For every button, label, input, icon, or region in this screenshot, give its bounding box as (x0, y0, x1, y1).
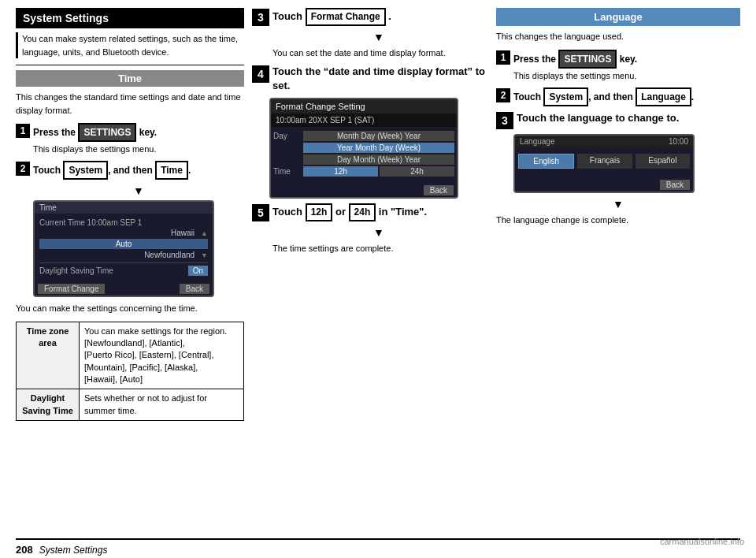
time-section-title: Time (16, 70, 244, 87)
after-screen-text: You can make the settings concerning the… (16, 302, 244, 315)
mid-column: 3 Touch Format Change . ▼ You can set th… (252, 8, 488, 538)
lang-step-num-3: 3 (496, 112, 513, 129)
day-opt-active: Year Month Day (Week) (303, 143, 454, 153)
format-time-display: 10:00am 20XX SEP 1 (SAT) (271, 113, 457, 127)
screen-title: Time (39, 203, 57, 212)
format-screen-footer: Back (271, 180, 457, 197)
day-options-2: Year Month Day (Week) (303, 143, 454, 153)
step-2-main: Touch System, and then Time. (33, 165, 191, 176)
step-4-content: Touch the “date and time display format”… (272, 65, 488, 93)
auto-val: Auto (39, 239, 208, 249)
lang-step-3-content: Touch the language to change to. (517, 111, 679, 125)
step-num-3: 3 (252, 9, 269, 26)
lang-francais: Français (577, 154, 632, 169)
step-1: 1 Press the SETTINGS key. This displays … (16, 123, 244, 156)
format-screen: Format Change Setting 10:00am 20XX SEP 1… (269, 98, 458, 199)
lang-step-3-main: Touch the language to change to. (517, 112, 679, 124)
format-screen-body: Day Month Day (Week) Year Year Month Day… (271, 127, 457, 180)
day-label: Day (273, 132, 301, 140)
lang-step-3: 3 Touch the language to change to. (496, 111, 740, 129)
screen-title-bar: Time (35, 202, 213, 214)
format-screen-title: Format Change Setting (271, 99, 457, 113)
day-format-row: Day Month Day (Week) Year (273, 131, 454, 141)
time-format-row: Time 12h 24h (273, 166, 454, 177)
lang-screen: Language 10:00 English Français Español … (513, 134, 695, 193)
down-arrow-small: ▼ (201, 251, 208, 259)
time-screen: Time Current Time 10:00am SEP 1 Hawaii ▲… (33, 200, 214, 297)
step-1-main: Press the SETTINGS key. (33, 127, 157, 138)
time-complete-text: The time settings are complete. (272, 242, 488, 255)
step-num-1: 1 (16, 124, 30, 138)
time-section-desc: This changes the standard time settings … (16, 91, 244, 117)
step-4-main: Touch the “date and time display format”… (272, 65, 485, 91)
page-footer-text: System Settings (39, 545, 108, 556)
left-column: System Settings You can make system rela… (16, 8, 244, 538)
step-4: 4 Touch the “date and time display forma… (252, 65, 488, 93)
day-format-row-2: Year Month Day (Week) (273, 143, 454, 153)
hawaii-row: Hawaii ▲ (39, 229, 208, 237)
table-row-1: Time zone area You can make settings for… (17, 322, 244, 389)
24h-btn: 24h (349, 203, 376, 221)
up-arrow: ▲ (201, 229, 208, 237)
step-2: 2 Touch System, and then Time. (16, 161, 244, 180)
lang-arrow-down: ▼ (496, 198, 740, 210)
lang-screen-body: English Français Español (515, 147, 693, 175)
day-opt-1: Month Day (Week) Year (303, 131, 454, 141)
language-btn: Language (636, 87, 691, 106)
format-back-btn: Back (424, 185, 454, 195)
system-settings-intro: You can make system related settings, su… (16, 32, 244, 58)
step-3-desc: You can set the date and time display fo… (272, 46, 488, 60)
day-options: Month Day (Week) Year (303, 131, 454, 141)
step-1-content: Press the SETTINGS key. This displays th… (33, 123, 157, 156)
format-change-screen-btn: Format Change (38, 284, 105, 294)
screen-body: Current Time 10:00am SEP 1 Hawaii ▲ Auto… (35, 214, 213, 279)
time-12h: 12h (303, 166, 378, 177)
step-5: 5 Touch 12h or 24h in "Time". (252, 203, 488, 221)
system-settings-title: System Settings (16, 8, 244, 28)
watermark: carmanualsonline.info (660, 537, 744, 546)
step-3: 3 Touch Format Change . (252, 8, 488, 26)
current-time: Current Time 10:00am SEP 1 (39, 218, 142, 227)
settings-button-label: SETTINGS (78, 123, 136, 142)
lang-step-num-1: 1 (496, 50, 510, 65)
table-content-2: Sets whether or not to adjust for summer… (80, 389, 244, 421)
day-opt-3: Day Month (Week) Year (303, 154, 454, 165)
arrow-down-1: ▼ (33, 184, 244, 197)
time-label: Time (273, 167, 301, 176)
lang-step-1-sub: This displays the settings menu. (513, 71, 637, 80)
lang-complete-text: The language change is complete. (496, 214, 740, 227)
step-5-content: Touch 12h or 24h in "Time". (272, 203, 427, 221)
step-num-5: 5 (252, 204, 269, 221)
page-container: System Settings You can make system rela… (0, 0, 756, 558)
lang-step-2-main: Touch System, and then Language. (513, 91, 694, 102)
step-2-content: Touch System, and then Time. (33, 161, 191, 180)
lang-step-1-main: Press the SETTINGS key. (513, 54, 637, 65)
right-column: Language This changes the language used.… (496, 8, 740, 538)
info-table: Time zone area You can make settings for… (16, 322, 244, 422)
lang-settings-btn: SETTINGS (558, 50, 617, 69)
lang-step-2: 2 Touch System, and then Language. (496, 87, 740, 106)
language-desc: This changes the language used. (496, 30, 740, 43)
step-5-main: Touch 12h or 24h in "Time". (272, 206, 427, 218)
main-content: System Settings You can make system rela… (16, 8, 740, 538)
day-format-row-3: Day Month (Week) Year (273, 154, 454, 165)
table-content-1: You can make settings for the region.[Ne… (80, 322, 244, 389)
lang-espanol: Español (636, 154, 690, 169)
current-time-row: Current Time 10:00am SEP 1 (39, 218, 208, 227)
arrow-down-5: ▼ (269, 226, 488, 239)
page-footer: 208 System Settings (16, 538, 740, 558)
lang-english: English (518, 154, 574, 169)
newfoundland-row: Newfoundland ▼ (39, 251, 208, 259)
step-1-sub: This displays the settings menu. (33, 144, 157, 154)
screen-btn-row: Format Change Back (35, 279, 213, 296)
time-btn: Time (155, 161, 188, 180)
step-num-2: 2 (16, 162, 30, 176)
format-change-btn: Format Change (306, 8, 386, 26)
language-section-title: Language (496, 8, 740, 26)
step-3-content: Touch Format Change . (272, 8, 391, 26)
system-btn: System (63, 161, 108, 180)
daylight-label: Daylight Saving Time (39, 266, 113, 275)
12h-btn: 12h (306, 203, 333, 221)
table-row-2: Daylight Saving Time Sets whether or not… (17, 389, 244, 421)
lang-step-num-2: 2 (496, 88, 510, 102)
